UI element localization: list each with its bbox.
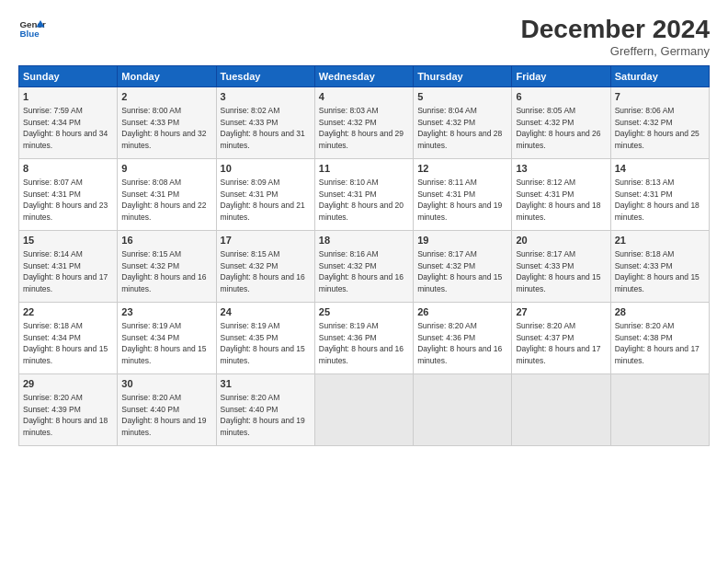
day-number: 13 xyxy=(516,162,606,176)
day-info: Sunrise: 8:18 AMSunset: 4:34 PMDaylight:… xyxy=(23,321,108,365)
calendar-row: 29 Sunrise: 8:20 AMSunset: 4:39 PMDaylig… xyxy=(19,374,710,446)
day-number: 17 xyxy=(221,234,311,247)
day-cell: 28 Sunrise: 8:20 AMSunset: 4:38 PMDaylig… xyxy=(610,303,709,374)
day-number: 16 xyxy=(121,234,211,247)
col-monday: Monday xyxy=(118,66,216,87)
title-block: December 2024 Greffern, Germany xyxy=(521,15,710,58)
day-cell: 7 Sunrise: 8:06 AMSunset: 4:32 PMDayligh… xyxy=(610,87,709,159)
day-number: 21 xyxy=(615,234,705,247)
header: General Blue December 2024 Greffern, Ger… xyxy=(18,15,710,58)
day-info: Sunrise: 8:11 AMSunset: 4:31 PMDaylight:… xyxy=(417,178,502,222)
day-number: 26 xyxy=(417,305,507,319)
day-info: Sunrise: 8:17 AMSunset: 4:33 PMDaylight:… xyxy=(516,249,600,293)
day-cell: 30 Sunrise: 8:20 AMSunset: 4:40 PMDaylig… xyxy=(118,374,216,446)
day-number: 1 xyxy=(23,90,113,104)
day-cell: 22 Sunrise: 8:18 AMSunset: 4:34 PMDaylig… xyxy=(19,303,118,374)
day-number: 27 xyxy=(516,305,606,319)
day-number: 9 xyxy=(121,162,211,176)
day-info: Sunrise: 7:59 AMSunset: 4:34 PMDaylight:… xyxy=(23,106,108,150)
day-info: Sunrise: 8:12 AMSunset: 4:31 PMDaylight:… xyxy=(516,178,600,222)
day-info: Sunrise: 8:04 AMSunset: 4:32 PMDaylight:… xyxy=(417,106,502,150)
day-info: Sunrise: 8:14 AMSunset: 4:31 PMDaylight:… xyxy=(23,249,108,293)
day-info: Sunrise: 8:20 AMSunset: 4:38 PMDaylight:… xyxy=(615,321,700,365)
day-info: Sunrise: 8:20 AMSunset: 4:40 PMDaylight:… xyxy=(121,393,206,437)
col-tuesday: Tuesday xyxy=(216,66,314,87)
day-number: 3 xyxy=(221,90,311,104)
day-cell: 13 Sunrise: 8:12 AMSunset: 4:31 PMDaylig… xyxy=(512,159,610,231)
empty-cell xyxy=(414,374,512,446)
day-info: Sunrise: 8:06 AMSunset: 4:32 PMDaylight:… xyxy=(615,106,700,150)
day-info: Sunrise: 8:13 AMSunset: 4:31 PMDaylight:… xyxy=(615,178,700,222)
day-info: Sunrise: 8:08 AMSunset: 4:31 PMDaylight:… xyxy=(121,178,206,222)
day-number: 29 xyxy=(23,377,113,391)
day-cell: 2 Sunrise: 8:00 AMSunset: 4:33 PMDayligh… xyxy=(118,87,216,159)
day-number: 8 xyxy=(23,162,113,176)
calendar-row: 15 Sunrise: 8:14 AMSunset: 4:31 PMDaylig… xyxy=(19,231,710,303)
day-info: Sunrise: 8:20 AMSunset: 4:36 PMDaylight:… xyxy=(417,321,502,365)
day-number: 15 xyxy=(23,234,113,247)
day-info: Sunrise: 8:10 AMSunset: 4:31 PMDaylight:… xyxy=(319,178,404,222)
empty-cell xyxy=(314,374,413,446)
day-cell: 24 Sunrise: 8:19 AMSunset: 4:35 PMDaylig… xyxy=(216,303,314,374)
day-number: 22 xyxy=(23,305,113,319)
day-info: Sunrise: 8:20 AMSunset: 4:39 PMDaylight:… xyxy=(23,393,108,437)
day-number: 23 xyxy=(121,305,211,319)
day-number: 14 xyxy=(615,162,705,176)
day-number: 30 xyxy=(121,377,211,391)
day-cell: 31 Sunrise: 8:20 AMSunset: 4:40 PMDaylig… xyxy=(216,374,314,446)
day-cell: 19 Sunrise: 8:17 AMSunset: 4:32 PMDaylig… xyxy=(414,231,512,303)
day-cell: 18 Sunrise: 8:16 AMSunset: 4:32 PMDaylig… xyxy=(314,231,413,303)
day-info: Sunrise: 8:15 AMSunset: 4:32 PMDaylight:… xyxy=(121,249,206,293)
day-info: Sunrise: 8:20 AMSunset: 4:37 PMDaylight:… xyxy=(516,321,600,365)
day-cell: 21 Sunrise: 8:18 AMSunset: 4:33 PMDaylig… xyxy=(610,231,709,303)
day-info: Sunrise: 8:17 AMSunset: 4:32 PMDaylight:… xyxy=(417,249,502,293)
day-number: 11 xyxy=(319,162,409,176)
day-cell: 15 Sunrise: 8:14 AMSunset: 4:31 PMDaylig… xyxy=(19,231,118,303)
empty-cell xyxy=(610,374,709,446)
day-cell: 25 Sunrise: 8:19 AMSunset: 4:36 PMDaylig… xyxy=(314,303,413,374)
day-cell: 6 Sunrise: 8:05 AMSunset: 4:32 PMDayligh… xyxy=(512,87,610,159)
day-info: Sunrise: 8:03 AMSunset: 4:32 PMDaylight:… xyxy=(319,106,404,150)
day-info: Sunrise: 8:19 AMSunset: 4:34 PMDaylight:… xyxy=(121,321,206,365)
col-sunday: Sunday xyxy=(19,66,118,87)
header-row: Sunday Monday Tuesday Wednesday Thursday… xyxy=(19,66,710,87)
day-number: 20 xyxy=(516,234,606,247)
day-number: 7 xyxy=(615,90,705,104)
day-number: 4 xyxy=(319,90,409,104)
calendar-page: General Blue December 2024 Greffern, Ger… xyxy=(0,0,728,563)
day-cell: 27 Sunrise: 8:20 AMSunset: 4:37 PMDaylig… xyxy=(512,303,610,374)
day-info: Sunrise: 8:20 AMSunset: 4:40 PMDaylight:… xyxy=(221,393,305,437)
day-cell: 11 Sunrise: 8:10 AMSunset: 4:31 PMDaylig… xyxy=(314,159,413,231)
day-info: Sunrise: 8:07 AMSunset: 4:31 PMDaylight:… xyxy=(23,178,108,222)
col-wednesday: Wednesday xyxy=(314,66,413,87)
day-info: Sunrise: 8:18 AMSunset: 4:33 PMDaylight:… xyxy=(615,249,700,293)
day-cell: 4 Sunrise: 8:03 AMSunset: 4:32 PMDayligh… xyxy=(314,87,413,159)
day-info: Sunrise: 8:19 AMSunset: 4:36 PMDaylight:… xyxy=(319,321,404,365)
calendar-row: 1 Sunrise: 7:59 AMSunset: 4:34 PMDayligh… xyxy=(19,87,710,159)
day-cell: 12 Sunrise: 8:11 AMSunset: 4:31 PMDaylig… xyxy=(414,159,512,231)
day-cell: 9 Sunrise: 8:08 AMSunset: 4:31 PMDayligh… xyxy=(118,159,216,231)
day-number: 25 xyxy=(319,305,409,319)
col-friday: Friday xyxy=(512,66,610,87)
day-cell: 23 Sunrise: 8:19 AMSunset: 4:34 PMDaylig… xyxy=(118,303,216,374)
day-cell: 16 Sunrise: 8:15 AMSunset: 4:32 PMDaylig… xyxy=(118,231,216,303)
day-cell: 8 Sunrise: 8:07 AMSunset: 4:31 PMDayligh… xyxy=(19,159,118,231)
day-cell: 10 Sunrise: 8:09 AMSunset: 4:31 PMDaylig… xyxy=(216,159,314,231)
day-number: 18 xyxy=(319,234,409,247)
day-number: 10 xyxy=(221,162,311,176)
calendar-row: 8 Sunrise: 8:07 AMSunset: 4:31 PMDayligh… xyxy=(19,159,710,231)
day-info: Sunrise: 8:15 AMSunset: 4:32 PMDaylight:… xyxy=(221,249,305,293)
day-cell: 29 Sunrise: 8:20 AMSunset: 4:39 PMDaylig… xyxy=(19,374,118,446)
day-info: Sunrise: 8:09 AMSunset: 4:31 PMDaylight:… xyxy=(221,178,305,222)
day-number: 5 xyxy=(417,90,507,104)
day-number: 24 xyxy=(221,305,311,319)
day-cell: 5 Sunrise: 8:04 AMSunset: 4:32 PMDayligh… xyxy=(414,87,512,159)
day-info: Sunrise: 8:19 AMSunset: 4:35 PMDaylight:… xyxy=(221,321,305,365)
day-info: Sunrise: 8:00 AMSunset: 4:33 PMDaylight:… xyxy=(121,106,206,150)
day-number: 2 xyxy=(121,90,211,104)
day-number: 6 xyxy=(516,90,606,104)
col-saturday: Saturday xyxy=(610,66,709,87)
day-info: Sunrise: 8:16 AMSunset: 4:32 PMDaylight:… xyxy=(319,249,404,293)
logo: General Blue xyxy=(18,15,46,42)
day-info: Sunrise: 8:02 AMSunset: 4:33 PMDaylight:… xyxy=(221,106,305,150)
